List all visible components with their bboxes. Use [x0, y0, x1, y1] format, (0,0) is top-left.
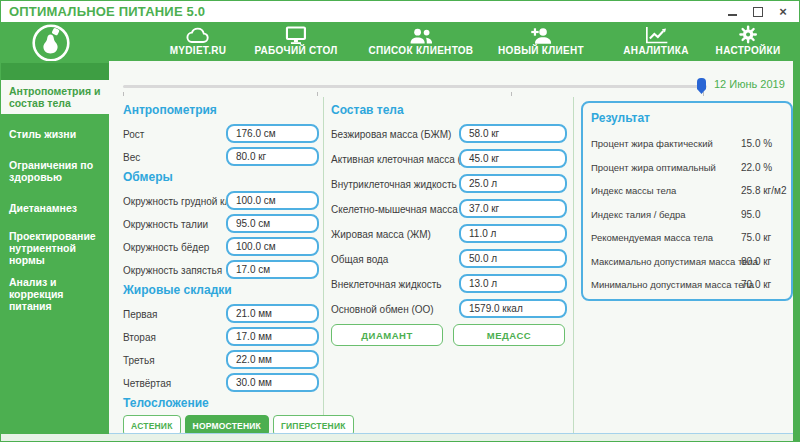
- hip-circumference-input[interactable]: 100.0 см: [226, 237, 319, 256]
- chart-icon: [644, 26, 668, 44]
- gear-icon: [739, 26, 758, 44]
- slider-tick: [511, 92, 512, 96]
- result-value: 15.0 %: [741, 138, 772, 149]
- fat-mass-input[interactable]: 11.0 л: [459, 224, 567, 243]
- chest-circumference-input[interactable]: 100.0 см: [226, 191, 319, 210]
- app-title: ОПТИМАЛЬНОЕ ПИТАНИЕ 5.0: [9, 4, 205, 19]
- cloud-icon: [185, 26, 211, 44]
- selected-date: 12 Июнь 2019: [714, 78, 785, 90]
- column-anthropometry: Антропометрия Рост 176.0 см Вес 80.0 кг …: [123, 101, 319, 436]
- nav-client-list[interactable]: СПИСОК КЛИЕНТОВ: [369, 26, 474, 56]
- sidebar-item-nutrient-norm[interactable]: Проектирование нутриентной нормы: [1, 225, 109, 271]
- skinfold-4-input[interactable]: 30.0 мм: [226, 373, 319, 392]
- field-row-intracellular-fluid: Внутриклеточная жидкость 25.0 л: [331, 174, 567, 193]
- field-row-total-water: Общая вода 50.0 л: [331, 249, 567, 268]
- column-results: Результат Процент жира фактический 15.0 …: [581, 101, 793, 301]
- field-label: Вторая: [123, 332, 156, 343]
- wrist-circumference-input[interactable]: 17.0 см: [226, 260, 319, 279]
- nav-label: СПИСОК КЛИЕНТОВ: [369, 45, 474, 56]
- close-button[interactable]: ×: [777, 6, 789, 18]
- active-cell-mass-input[interactable]: 45.0 кг: [459, 149, 567, 168]
- column-divider: [573, 97, 574, 434]
- skinfold-2-input[interactable]: 17.0 мм: [226, 327, 319, 346]
- column-divider: [323, 97, 324, 434]
- nav-settings[interactable]: НАСТРОЙКИ: [716, 26, 781, 56]
- section-title-body-type: Телосложение: [123, 396, 319, 411]
- field-row-skeletal-muscle-mass: Скелетно-мышечная масса 37.0 кг: [331, 199, 567, 218]
- sidebar-item-lifestyle[interactable]: Стиль жизни: [1, 123, 109, 145]
- vertical-scrollbar[interactable]: [793, 61, 799, 441]
- result-label: Рекомендуемая масса тела: [591, 232, 713, 243]
- field-label: Третья: [123, 355, 155, 366]
- result-row-min-mass: Минимально допустимая масса тела 70.0 кг: [591, 273, 783, 291]
- fat-free-mass-input[interactable]: 58.0 кг: [459, 124, 567, 143]
- field-row-active-cell-mass: Активная клеточная масса (АКМ) 45.0 кг: [331, 149, 567, 168]
- basal-metabolism-input[interactable]: 1579.0 ккал: [459, 299, 567, 318]
- field-row-basal-metabolism: Основной обмен (ОО) 1579.0 ккал: [331, 299, 567, 318]
- field-row-fat-mass: Жировая масса (ЖМ) 11.0 л: [331, 224, 567, 243]
- sidebar-list: Антропометрия и состав тела Стиль жизни …: [1, 80, 109, 317]
- result-value: 22.0 %: [741, 162, 772, 173]
- sidebar-item-diet-anamnesis[interactable]: Диетанамнез: [1, 197, 109, 219]
- result-value: 70.0 кг: [741, 279, 771, 290]
- field-row-wrist: Окружность запястья 17.0 см: [123, 260, 319, 279]
- sidebar: Антропометрия и состав тела Стиль жизни …: [1, 61, 109, 434]
- result-row-actual-fat-percent: Процент жира фактический 15.0 %: [591, 132, 783, 156]
- result-row-optimal-fat-percent: Процент жира оптимальный 22.0 %: [591, 156, 783, 180]
- medass-button[interactable]: МЕДАСС: [453, 324, 565, 346]
- nav-desktop[interactable]: РАБОЧИЙ СТОЛ: [254, 26, 337, 56]
- minimize-button[interactable]: [727, 6, 739, 18]
- skeletal-muscle-mass-input[interactable]: 37.0 кг: [459, 199, 567, 218]
- field-row-fat-free-mass: Безжировая масса (БЖМ) 58.0 кг: [331, 124, 567, 143]
- nav-label: MYDIET.RU: [170, 45, 227, 56]
- field-row-skinfold-2: Вторая 17.0 мм: [123, 327, 319, 346]
- section-title-skinfolds: Жировые складки: [123, 283, 319, 298]
- section-title-body-composition: Состав тела: [331, 103, 567, 118]
- nav-mydiet[interactable]: MYDIET.RU: [170, 26, 227, 56]
- nav-new-client[interactable]: НОВЫЙ КЛИЕНТ: [498, 26, 584, 56]
- skinfold-3-input[interactable]: 22.0 мм: [226, 350, 319, 369]
- horizontal-scrollbar[interactable]: [1, 434, 793, 442]
- window-controls: ×: [727, 1, 789, 22]
- result-label: Процент жира оптимальный: [591, 162, 716, 173]
- nav-label: АНАЛИТИКА: [623, 45, 688, 56]
- sidebar-top-band: [1, 63, 109, 80]
- people-icon: [408, 26, 433, 44]
- total-water-input[interactable]: 50.0 л: [459, 249, 567, 268]
- slider-tick: [123, 92, 124, 96]
- weight-input[interactable]: 80.0 кг: [226, 147, 319, 166]
- intracellular-fluid-input[interactable]: 25.0 л: [459, 174, 567, 193]
- monitor-icon: [285, 26, 306, 44]
- sidebar-item-nutrition-correction[interactable]: Анализ и коррекция питания: [1, 271, 109, 317]
- skinfold-1-input[interactable]: 21.0 мм: [226, 304, 319, 323]
- column-body-composition: Состав тела Безжировая масса (БЖМ) 58.0 …: [331, 101, 567, 346]
- section-title-measurements: Обмеры: [123, 170, 319, 185]
- nav-analytics[interactable]: АНАЛИТИКА: [623, 26, 688, 56]
- result-row-waist-hip-index: Индекс талия / бедра 95.0: [591, 203, 783, 227]
- nav-label: РАБОЧИЙ СТОЛ: [254, 45, 337, 56]
- field-row-skinfold-4: Четвёртая 30.0 мм: [123, 373, 319, 392]
- result-label: Процент жира фактический: [591, 138, 713, 149]
- field-row-chest: Окружность грудной клетки 100.0 см: [123, 191, 319, 210]
- field-row-skinfold-3: Третья 22.0 мм: [123, 350, 319, 369]
- app-window: ОПТИМАЛЬНОЕ ПИТАНИЕ 5.0 × MYDIET.RU: [0, 0, 800, 442]
- height-input[interactable]: 176.0 см: [226, 124, 319, 143]
- field-label: Безжировая масса (БЖМ): [331, 129, 451, 140]
- sidebar-item-health-restrictions[interactable]: Ограничения по здоровью: [1, 154, 109, 188]
- extracellular-fluid-input[interactable]: 13.0 л: [459, 274, 567, 293]
- maximize-button[interactable]: [752, 6, 764, 18]
- field-label: Окружность запястья: [123, 265, 222, 276]
- result-label: Максимально допустимая масса тела: [591, 256, 758, 267]
- pear-logo-icon: [31, 23, 71, 63]
- result-value: 95.0: [741, 209, 760, 220]
- diamant-button[interactable]: ДИАМАНТ: [331, 324, 443, 346]
- date-slider-track[interactable]: [123, 85, 707, 88]
- date-slider-handle[interactable]: [697, 78, 706, 94]
- field-label: Рост: [123, 129, 144, 140]
- waist-circumference-input[interactable]: 95.0 см: [226, 214, 319, 233]
- main-content: 12 Июнь 2019 Антропометрия Рост 176.0 см…: [109, 61, 793, 434]
- sidebar-item-anthropometry[interactable]: Антропометрия и состав тела: [1, 80, 109, 114]
- result-row-bmi: Индекс массы тела 25.8 кг/м2: [591, 179, 783, 203]
- result-value: 75.0 кг: [741, 232, 771, 243]
- device-buttons: ДИАМАНТ МЕДАСС: [331, 324, 567, 346]
